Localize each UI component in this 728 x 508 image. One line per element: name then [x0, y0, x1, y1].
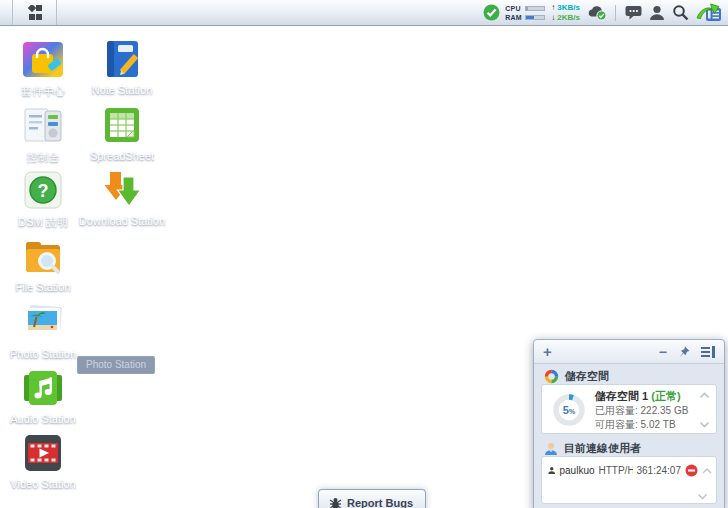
users-widget-card: paulkuo HTTP/HTT... 361:24:07 [541, 456, 717, 504]
upload-speed: 3KB/s [557, 3, 580, 12]
used-label: 已用容量: [595, 405, 638, 416]
storage-widget-header: 儲存空間 [544, 369, 609, 384]
user-name: paulkuo [559, 465, 594, 476]
system-tray: CPU RAM ↑ 3KB/s ↓ 2KB/s [476, 0, 722, 25]
storage-percent: 5% [551, 404, 587, 416]
volume-status: (正常) [651, 390, 680, 402]
package-center-icon [21, 37, 65, 81]
icon-label: Download Station [79, 215, 165, 227]
user-protocol: HTTP/HTT... [599, 465, 633, 476]
taskbar: CPU RAM ↑ 3KB/s ↓ 2KB/s [0, 0, 728, 26]
person-icon [649, 5, 665, 21]
search-icon [672, 4, 689, 21]
photo-station-tooltip: Photo Station [77, 356, 155, 374]
main-menu-icon [27, 5, 43, 21]
icon-label: Note Station [92, 84, 153, 96]
options-button[interactable] [649, 5, 665, 21]
icon-label: Photo Station [10, 348, 76, 360]
widget-settings-button[interactable] [701, 346, 715, 358]
network-monitor[interactable]: ↑ 3KB/s ↓ 2KB/s [551, 3, 580, 22]
upload-arrow-icon: ↑ [551, 3, 555, 12]
volume-name: 儲存空間 1 [595, 390, 648, 402]
desktop-icon-video-station[interactable]: Video Station [0, 431, 88, 490]
add-widget-button[interactable]: + [543, 344, 552, 359]
storage-widget-card: 5% 儲存空間 1 (正常) 已用容量: 222.35 GB 可用容量: 5.0… [541, 384, 717, 434]
download-station-icon [100, 168, 144, 212]
chat-bubble-icon [625, 5, 642, 21]
dsm-help-icon: ? [21, 168, 65, 212]
blocked-icon [685, 464, 698, 477]
minimize-panel-button[interactable]: − [659, 345, 667, 359]
download-arrow-icon: ↓ [551, 13, 555, 22]
system-health-icon[interactable] [483, 4, 500, 21]
desktop-icon-audio-station[interactable]: Audio Station [0, 366, 88, 425]
svg-text:?: ? [38, 181, 49, 201]
user-silhouette-icon [548, 465, 555, 476]
spreadsheet-icon [100, 103, 144, 147]
file-station-icon [21, 234, 65, 278]
download-speed: 2KB/s [557, 13, 580, 22]
users-widget-title: 目前連線使用者 [564, 441, 641, 456]
connected-user-icon [544, 442, 558, 456]
desktop-icon-dsm-help[interactable]: ? DSM 說明 [0, 168, 88, 230]
widget-settings-icon [701, 346, 715, 358]
desktop-icon-file-station[interactable]: File Station [0, 234, 88, 293]
report-bugs-button[interactable]: Report Bugs [318, 489, 426, 508]
resource-monitor[interactable]: CPU RAM [505, 5, 545, 21]
available-value: 5.02 TB [641, 419, 676, 430]
ram-usage-bar [525, 15, 545, 20]
video-station-icon [21, 431, 65, 475]
user-row: paulkuo HTTP/HTT... 361:24:07 [548, 464, 712, 477]
icon-label: Video Station [10, 478, 75, 490]
storage-widget-title: 儲存空間 [565, 369, 609, 384]
user-connect-time: 361:24:07 [637, 465, 682, 476]
report-bugs-label: Report Bugs [347, 497, 413, 508]
storage-next-chevron[interactable] [699, 421, 710, 428]
control-panel-icon [21, 103, 65, 147]
icon-label: Audio Station [10, 413, 75, 425]
photo-station-icon [21, 301, 65, 345]
users-widget-header: 目前連線使用者 [544, 441, 641, 456]
search-button[interactable] [672, 4, 689, 21]
ram-label: RAM [505, 14, 522, 21]
icon-label: SpreadSheet [90, 150, 154, 162]
users-next-chevron[interactable] [697, 493, 708, 500]
used-value: 222.35 GB [641, 405, 689, 416]
widgets-toggle-button[interactable] [696, 3, 722, 22]
user-row-expand-chevron[interactable] [702, 468, 712, 474]
icon-label: DSM 說明 [18, 215, 68, 230]
notifications-button[interactable] [625, 5, 642, 21]
tray-divider [615, 5, 616, 21]
desktop-icon-photo-station[interactable]: Photo Station [0, 301, 88, 360]
desktop-icon-note-station[interactable]: Note Station [77, 37, 167, 96]
note-station-icon [100, 37, 144, 81]
icon-label: 控制台 [27, 150, 60, 165]
desktop: CPU RAM ↑ 3KB/s ↓ 2KB/s [0, 0, 728, 508]
storage-prev-chevron[interactable] [699, 392, 710, 399]
kick-user-button[interactable] [685, 464, 698, 477]
desktop-icon-package-center[interactable]: 套件中心 [0, 37, 88, 99]
main-menu-button[interactable] [12, 0, 57, 25]
icon-label: File Station [15, 281, 70, 293]
cloud-sync-icon[interactable] [587, 4, 608, 21]
storage-details: 儲存空間 1 (正常) 已用容量: 222.35 GB 可用容量: 5.02 T… [595, 389, 688, 432]
widget-panel-header: + − [534, 340, 724, 364]
available-label: 可用容量: [595, 419, 638, 430]
bug-icon [329, 497, 342, 508]
pin-panel-button[interactable] [678, 346, 690, 358]
audio-station-icon [21, 366, 65, 410]
storage-usage-donut: 5% [551, 392, 587, 428]
desktop-icon-spreadsheet[interactable]: SpreadSheet [77, 103, 167, 162]
cpu-usage-bar [525, 6, 545, 11]
cpu-label: CPU [505, 5, 522, 12]
desktop-icon-download-station[interactable]: Download Station [77, 168, 167, 227]
desktop-icon-control-panel[interactable]: 控制台 [0, 103, 88, 165]
pin-icon [678, 346, 690, 358]
storage-donut-icon [544, 369, 559, 384]
icon-label: 套件中心 [21, 84, 65, 99]
widget-panel: + − [533, 339, 725, 508]
